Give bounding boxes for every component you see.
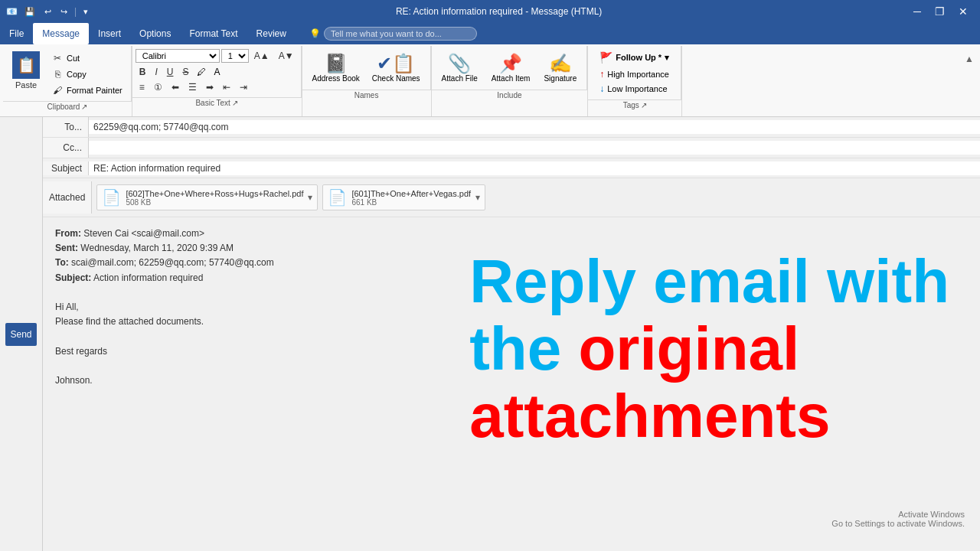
redo-qat-button[interactable]: ↪ <box>58 5 70 18</box>
copy-icon: ⎘ <box>51 69 64 80</box>
pdf-icon-2: 📄 <box>328 188 347 207</box>
align-center-button[interactable]: ☰ <box>185 80 201 94</box>
ribbon-content: 📋 Paste ✂ Cut ⎘ Copy 🖌 <box>0 44 980 116</box>
body-area: From: Steven Cai <scai@mail.com> Sent: W… <box>43 217 980 551</box>
menu-bar: File Message Insert Options Format Text … <box>0 23 980 44</box>
copy-button[interactable]: ⎘ Copy <box>47 67 126 82</box>
strikethrough-button[interactable]: S <box>178 65 192 79</box>
app-icon: 📧 <box>6 6 18 17</box>
signature-button[interactable]: ✍ Signature <box>538 49 582 86</box>
indent-less-button[interactable]: ⇤ <box>219 80 234 94</box>
email-body[interactable]: From: Steven Cai <scai@mail.com> Sent: W… <box>43 217 980 551</box>
low-importance-label: Low Importance <box>607 84 667 93</box>
font-row3: ≡ ① ⬅ ☰ ➡ ⇤ ⇥ <box>136 80 298 94</box>
subject-field-row: Subject <box>43 158 980 178</box>
tags-dialog-icon[interactable]: ↗ <box>641 101 647 109</box>
include-group-container: 📎 Attach File 📌 Attach Item ✍ Signature <box>432 46 589 116</box>
numbering-button[interactable]: ① <box>150 80 166 94</box>
paste-button[interactable]: 📋 Paste <box>8 49 44 92</box>
clipboard-dialog-icon[interactable]: ↗ <box>81 103 87 111</box>
scissors-icon: ✂ <box>51 53 64 64</box>
font-size-select[interactable]: 11 <box>221 49 249 63</box>
close-button[interactable]: ✕ <box>952 4 974 19</box>
text-highlight-button[interactable]: 🖊 <box>194 65 209 79</box>
attachment-dropdown-1[interactable]: ▾ <box>308 192 312 203</box>
to-input[interactable] <box>89 120 980 134</box>
menu-file[interactable]: File <box>0 23 33 44</box>
align-right-button[interactable]: ➡ <box>202 80 217 94</box>
attach-file-button[interactable]: 📎 Attach File <box>436 49 483 86</box>
menu-format-text[interactable]: Format Text <box>180 23 247 44</box>
paste-icon: 📋 <box>12 51 40 79</box>
low-importance-button[interactable]: ↓ Low Importance <box>594 82 675 96</box>
basic-text-dialog-icon[interactable]: ↗ <box>232 99 238 107</box>
names-group: 📓 Address Book ✔📋 Check Names <box>302 46 431 90</box>
attachment-size-2: 661 KB <box>351 198 471 207</box>
signature-icon: ✍ <box>549 53 572 74</box>
decrease-font-button[interactable]: A▼ <box>275 49 298 63</box>
subject-label: Subject <box>43 161 89 175</box>
from-value: Steven Cai <scai@mail.com> <box>83 228 204 239</box>
cc-input[interactable] <box>89 141 980 155</box>
menu-review[interactable]: Review <box>247 23 296 44</box>
to-value-body: scai@mail.com; 62259@qq.com; 57740@qq.co… <box>71 257 274 268</box>
check-names-label: Check Names <box>372 74 420 83</box>
to-field-row: To... <box>43 117 980 138</box>
italic-button[interactable]: I <box>151 65 161 79</box>
bullets-button[interactable]: ≡ <box>136 80 149 94</box>
minimize-button[interactable]: ─ <box>907 4 927 19</box>
ribbon-collapse-icon[interactable]: ▲ <box>965 54 974 64</box>
low-importance-icon: ↓ <box>599 83 604 94</box>
attached-label: Attached <box>43 181 92 214</box>
menu-message[interactable]: Message <box>33 23 89 44</box>
subject-input[interactable] <box>89 161 980 175</box>
increase-font-button[interactable]: A▲ <box>250 49 273 63</box>
to-label-body: To: <box>55 257 69 268</box>
cut-button[interactable]: ✂ Cut <box>47 51 126 66</box>
attach-item-button[interactable]: 📌 Attach Item <box>486 49 536 86</box>
align-left-button[interactable]: ⬅ <box>168 80 183 94</box>
undo-qat-button[interactable]: ↩ <box>42 5 54 18</box>
format-painter-label: Format Painter <box>67 86 122 95</box>
menu-options[interactable]: Options <box>130 23 180 44</box>
names-group-label: Names <box>302 90 431 100</box>
attachment-info-2: [601]The+One+After+Vegas.pdf 661 KB <box>351 189 471 207</box>
basic-text-group-label: Basic Text ↗ <box>132 97 302 108</box>
follow-up-button[interactable]: 🚩 Follow Up * ▾ <box>594 49 675 66</box>
send-button[interactable]: Send <box>5 323 36 346</box>
to-button[interactable]: To... <box>43 117 89 137</box>
main-window: 📧 💾 ↩ ↪ | ▾ RE: Action information requi… <box>0 0 980 551</box>
high-importance-button[interactable]: ↑ High Importance <box>594 67 675 81</box>
follow-up-dropdown-icon: ▾ <box>665 53 669 63</box>
menu-insert[interactable]: Insert <box>89 23 130 44</box>
save-qat-button[interactable]: 💾 <box>22 5 38 18</box>
ribbon-collapse-area: ▲ <box>965 54 974 64</box>
font-family-select[interactable]: Calibri <box>136 49 220 63</box>
indent-more-button[interactable]: ⇥ <box>236 80 251 94</box>
ribbon: 📋 Paste ✂ Cut ⎘ Copy 🖌 <box>0 44 980 117</box>
attachment-item-2[interactable]: 📄 [601]The+One+After+Vegas.pdf 661 KB ▾ <box>322 184 485 210</box>
check-names-icon: ✔📋 <box>377 53 415 74</box>
attachment-item-1[interactable]: 📄 [602]The+One+Where+Ross+Hugs+Rachel.pd… <box>96 184 318 210</box>
customize-qat-button[interactable]: ▾ <box>81 5 90 18</box>
title-bar-controls: ─ ❐ ✕ <box>907 4 974 19</box>
format-painter-button[interactable]: 🖌 Format Painter <box>47 83 126 98</box>
address-book-label: Address Book <box>312 74 360 83</box>
address-book-button[interactable]: 📓 Address Book <box>307 49 365 86</box>
cc-button[interactable]: Cc... <box>43 138 89 158</box>
cc-field-row: Cc... <box>43 138 980 158</box>
restore-button[interactable]: ❐ <box>929 4 951 19</box>
underline-button[interactable]: U <box>163 65 178 79</box>
subject-value-body: Action information required <box>93 272 203 283</box>
original-email: From: Steven Cai <scai@mail.com> Sent: W… <box>55 227 968 388</box>
bold-button[interactable]: B <box>136 65 150 79</box>
attached-row: Attached 📄 [602]The+One+Where+Ross+Hugs+… <box>43 178 980 217</box>
attachment-name-1: [602]The+One+Where+Ross+Hugs+Rachel.pdf <box>126 189 303 198</box>
attachment-dropdown-2[interactable]: ▾ <box>475 192 480 203</box>
check-names-button[interactable]: ✔📋 Check Names <box>367 49 426 86</box>
tell-me-input[interactable] <box>324 27 477 41</box>
regards-text: Best regards <box>55 344 968 359</box>
font-color-button[interactable]: A <box>211 65 223 79</box>
flag-icon: 🚩 <box>599 51 612 64</box>
copy-label: Copy <box>67 70 87 79</box>
